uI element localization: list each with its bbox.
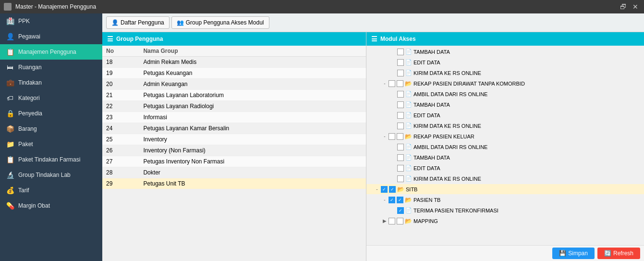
expand-btn[interactable]: - bbox=[382, 134, 388, 139]
sidebar-item-barang[interactable]: 📦Barang bbox=[0, 121, 102, 137]
checkbox[interactable] bbox=[397, 70, 404, 76]
table-row[interactable]: 26Inventory (Non Farmasi) bbox=[102, 145, 366, 156]
modul-row[interactable]: 📄EDIT DATA bbox=[366, 57, 644, 68]
row-nama: Informasi bbox=[139, 112, 366, 123]
checkbox-child[interactable] bbox=[397, 218, 403, 224]
table-row[interactable]: 23Informasi bbox=[102, 112, 366, 123]
sidebar-item-tarif[interactable]: 💰Tarif bbox=[0, 183, 102, 198]
modul-label: KIRIM DATA KE RS ONLINE bbox=[413, 176, 481, 182]
modul-row[interactable]: 📄KIRIM DATA KE RS ONLINE bbox=[366, 121, 644, 131]
checkbox[interactable] bbox=[397, 175, 404, 182]
table-row[interactable]: 20Admin Keuangan bbox=[102, 79, 366, 90]
checkbox[interactable] bbox=[397, 112, 404, 119]
row-nama: Admin Keuangan bbox=[139, 79, 366, 90]
sidebar-item-paket-tindakan-farmasi[interactable]: 📋Paket Tindakan Farmasi bbox=[0, 152, 102, 167]
modul-row[interactable]: ▶📂MAPPING bbox=[366, 216, 644, 226]
checkbox[interactable] bbox=[397, 101, 404, 108]
sidebar-item-manajemen-pengguna[interactable]: 📋Manajemen Pengguna bbox=[0, 44, 102, 60]
table-row[interactable]: 27Petugas Inventory Non Farmasi bbox=[102, 156, 366, 167]
checkbox-parent[interactable]: ✓ bbox=[389, 197, 395, 203]
sidebar-icon-paket-tindakan-farmasi: 📋 bbox=[6, 156, 14, 163]
checkbox-child[interactable] bbox=[397, 133, 403, 140]
row-no: 27 bbox=[102, 156, 139, 167]
checkbox[interactable]: ✓ bbox=[397, 207, 404, 214]
sidebar: 🏥PPK👤Pegawai📋Manajemen Pengguna🛏Ruangan💼… bbox=[0, 13, 102, 261]
checkbox-child[interactable]: ✓ bbox=[397, 197, 403, 203]
sidebar-label-tarif: Tarif bbox=[18, 187, 29, 194]
file-icon: 📄 bbox=[405, 175, 412, 182]
checkbox-outer[interactable]: ✓ bbox=[381, 186, 388, 193]
modul-row[interactable]: 📄KIRIM DATA KE RS ONLINE bbox=[366, 174, 644, 184]
row-nama: Petugas Inventory Non Farmasi bbox=[139, 156, 366, 167]
checkbox[interactable] bbox=[397, 49, 404, 55]
checkbox[interactable] bbox=[397, 59, 404, 66]
checkbox[interactable] bbox=[397, 165, 404, 172]
restore-button[interactable]: 🗗 bbox=[618, 3, 629, 11]
modul-akses-title: Modul Akses bbox=[380, 36, 416, 42]
table-row[interactable]: 22Petugas Layanan Radiologi bbox=[102, 101, 366, 112]
modul-row[interactable]: -📂REKAP PASIEN DIRAWAT TANPA KOMORBID bbox=[366, 78, 644, 89]
tab-group-pengguna-akses-modul[interactable]: 👥Group Pengguna Akses Modul bbox=[171, 16, 269, 29]
tab-daftar-pengguna[interactable]: 👤Daftar Pengguna bbox=[106, 16, 170, 29]
table-row[interactable]: 25Inventory bbox=[102, 134, 366, 145]
table-row[interactable]: 21Petugas Layanan Laboratorium bbox=[102, 90, 366, 101]
modul-row[interactable]: ✓📄TERIMA PASIEN TERKONFIRMASI bbox=[366, 205, 644, 216]
checkbox[interactable] bbox=[397, 154, 404, 161]
modul-row[interactable]: 📄TAMBAH DATA bbox=[366, 47, 644, 57]
folder-icon: 📂 bbox=[405, 80, 412, 87]
modul-row[interactable]: -✓✓📂PASIEN TB bbox=[366, 195, 644, 205]
checkbox-child[interactable] bbox=[397, 80, 403, 87]
modul-label: EDIT DATA bbox=[413, 60, 440, 65]
col-nama: Nama Group bbox=[139, 46, 366, 57]
sidebar-item-penyedia[interactable]: 🔒Penyedia bbox=[0, 106, 102, 121]
sidebar-item-ruangan[interactable]: 🛏Ruangan bbox=[0, 60, 102, 75]
modul-akses-scroll[interactable]: 📄TAMBAH DATA📄EDIT DATA📄KIRIM DATA KE RS … bbox=[366, 46, 644, 245]
expand-btn[interactable]: ▶ bbox=[382, 218, 388, 224]
sidebar-label-penyedia: Penyedia bbox=[18, 110, 42, 117]
close-button[interactable]: ✕ bbox=[631, 3, 640, 11]
checkbox[interactable] bbox=[397, 144, 404, 150]
group-pengguna-scroll[interactable]: No Nama Group 18Admin Rekam Medis19Petug… bbox=[102, 46, 366, 261]
sidebar-label-ppk: PPK bbox=[18, 18, 30, 25]
file-icon: 📄 bbox=[405, 123, 412, 129]
modul-row[interactable]: -📂REKAP PASIEN KELUAR bbox=[366, 131, 644, 142]
sidebar-item-group-tindakan-lab[interactable]: 🔬Group Tindakan Lab bbox=[0, 167, 102, 183]
sidebar-item-tindakan[interactable]: 💼Tindakan bbox=[0, 75, 102, 90]
expand-btn[interactable]: - bbox=[382, 197, 388, 203]
modul-row[interactable]: 📄TAMBAH DATA bbox=[366, 99, 644, 110]
table-row[interactable]: 24Petugas Layanan Kamar Bersalin bbox=[102, 123, 366, 134]
refresh-button[interactable]: 🔄 Refresh bbox=[597, 248, 640, 259]
sidebar-item-margin-obat[interactable]: 💊Margin Obat bbox=[0, 198, 102, 213]
sidebar-item-ppk[interactable]: 🏥PPK bbox=[0, 13, 102, 29]
modul-row[interactable]: 📄AMBIL DATA DARI RS ONLINE bbox=[366, 89, 644, 99]
checkbox[interactable] bbox=[397, 123, 404, 129]
modul-row[interactable]: 📄AMBIL DATA DARI RS ONLINE bbox=[366, 142, 644, 152]
sidebar-label-paket-tindakan-farmasi: Paket Tindakan Farmasi bbox=[18, 156, 80, 163]
expand-btn[interactable]: - bbox=[382, 81, 388, 87]
folder-icon: 📂 bbox=[397, 186, 404, 193]
expand-btn[interactable]: - bbox=[374, 186, 380, 192]
col-no: No bbox=[102, 46, 139, 57]
sidebar-item-paket[interactable]: 📁Paket bbox=[0, 137, 102, 152]
file-icon: 📄 bbox=[405, 165, 412, 171]
table-row[interactable]: 28Dokter bbox=[102, 167, 366, 178]
checkbox-inner[interactable]: ✓ bbox=[389, 186, 396, 193]
table-row[interactable]: 29Petugas Unit TB bbox=[102, 178, 366, 189]
checkbox[interactable] bbox=[397, 91, 404, 98]
checkbox-parent[interactable] bbox=[389, 218, 395, 224]
modul-row[interactable]: 📄EDIT DATA bbox=[366, 110, 644, 121]
modul-label: PASIEN TB bbox=[413, 197, 440, 203]
simpan-button[interactable]: 💾 Simpan bbox=[552, 248, 595, 259]
modul-row[interactable]: 📄EDIT DATA bbox=[366, 163, 644, 174]
group-pengguna-table: No Nama Group 18Admin Rekam Medis19Petug… bbox=[102, 46, 366, 189]
table-row[interactable]: 19Petugas Keuangan bbox=[102, 68, 366, 79]
checkbox-parent[interactable] bbox=[389, 133, 395, 140]
sidebar-item-pegawai[interactable]: 👤Pegawai bbox=[0, 29, 102, 44]
modul-row[interactable]: 📄TAMBAH DATA bbox=[366, 152, 644, 163]
modul-row[interactable]: 📄KIRIM DATA KE RS ONLINE bbox=[366, 68, 644, 78]
sidebar-icon-pegawai: 👤 bbox=[6, 33, 14, 40]
checkbox-parent[interactable] bbox=[389, 80, 395, 87]
modul-row[interactable]: -✓✓📂SITB bbox=[366, 184, 644, 195]
sidebar-item-kategori[interactable]: 🏷Kategori bbox=[0, 90, 102, 106]
table-row[interactable]: 18Admin Rekam Medis bbox=[102, 57, 366, 68]
